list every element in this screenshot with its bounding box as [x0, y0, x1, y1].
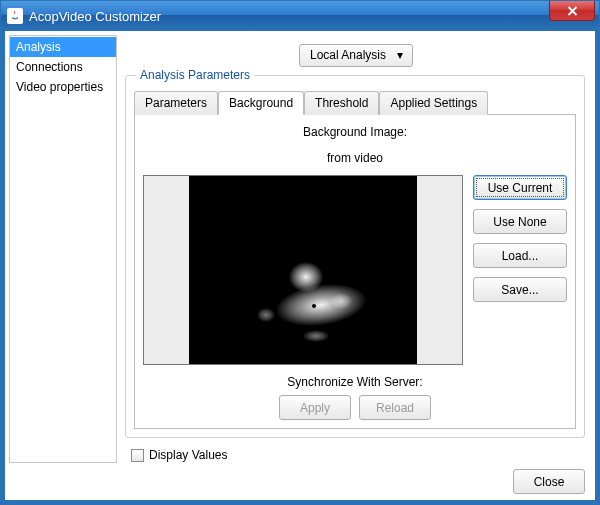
sync-heading: Synchronize With Server:: [143, 375, 567, 389]
button-label: Save...: [501, 283, 538, 297]
tab-parameters[interactable]: Parameters: [134, 91, 218, 115]
sidebar-item-analysis[interactable]: Analysis: [10, 37, 116, 57]
tab-applied-settings[interactable]: Applied Settings: [379, 91, 488, 115]
window: AcopVideo Customizer Analysis Connection…: [0, 0, 600, 505]
footer: Close: [9, 463, 591, 496]
close-icon: [567, 6, 578, 16]
sidebar-item-label: Connections: [16, 60, 83, 74]
background-heading: Background Image:: [143, 125, 567, 139]
sidebar: Analysis Connections Video properties: [9, 35, 117, 463]
window-close-button[interactable]: [549, 1, 595, 21]
reload-button: Reload: [359, 395, 431, 420]
tab-label: Background: [229, 96, 293, 110]
tab-panel-background: Background Image: from video: [134, 115, 576, 429]
analysis-parameters-group: Analysis Parameters Parameters Backgroun…: [125, 75, 585, 438]
tab-label: Threshold: [315, 96, 368, 110]
window-title: AcopVideo Customizer: [29, 9, 161, 24]
tab-label: Parameters: [145, 96, 207, 110]
display-values-label: Display Values: [149, 448, 227, 462]
main-area: Analysis Connections Video properties Lo…: [9, 35, 591, 463]
apply-button: Apply: [279, 395, 351, 420]
background-source: from video: [143, 151, 567, 165]
use-current-button[interactable]: Use Current: [473, 175, 567, 200]
button-label: Load...: [502, 249, 539, 263]
background-image-frame: [143, 175, 463, 365]
tab-threshold[interactable]: Threshold: [304, 91, 379, 115]
chevron-down-icon: ▾: [392, 48, 408, 62]
sidebar-item-connections[interactable]: Connections: [10, 57, 116, 77]
button-label: Close: [534, 475, 565, 489]
combo-value: Local Analysis: [310, 48, 386, 62]
tab-label: Applied Settings: [390, 96, 477, 110]
button-label: Apply: [300, 401, 330, 415]
tab-background[interactable]: Background: [218, 91, 304, 115]
sidebar-item-label: Video properties: [16, 80, 103, 94]
button-label: Use Current: [488, 181, 553, 195]
display-values-checkbox[interactable]: [131, 449, 144, 462]
button-label: Use None: [493, 215, 546, 229]
load-button[interactable]: Load...: [473, 243, 567, 268]
save-button[interactable]: Save...: [473, 277, 567, 302]
background-image: [189, 176, 418, 364]
button-label: Reload: [376, 401, 414, 415]
background-buttons: Use Current Use None Load... Save...: [473, 175, 567, 365]
tabs: Parameters Background Threshold Applied …: [134, 90, 576, 115]
analysis-mode-combo[interactable]: Local Analysis ▾: [299, 44, 413, 67]
sync-buttons: Apply Reload: [143, 395, 567, 420]
display-values-row: Display Values: [131, 448, 591, 462]
client-area: Analysis Connections Video properties Lo…: [1, 31, 599, 504]
close-button[interactable]: Close: [513, 469, 585, 494]
sidebar-item-video-properties[interactable]: Video properties: [10, 77, 116, 97]
use-none-button[interactable]: Use None: [473, 209, 567, 234]
sidebar-item-label: Analysis: [16, 40, 61, 54]
background-row: Use Current Use None Load... Save...: [143, 175, 567, 365]
java-icon: [7, 8, 23, 24]
titlebar: AcopVideo Customizer: [1, 1, 599, 31]
content: Local Analysis ▾ Analysis Parameters Par…: [121, 35, 591, 463]
groupbox-title: Analysis Parameters: [136, 68, 254, 82]
